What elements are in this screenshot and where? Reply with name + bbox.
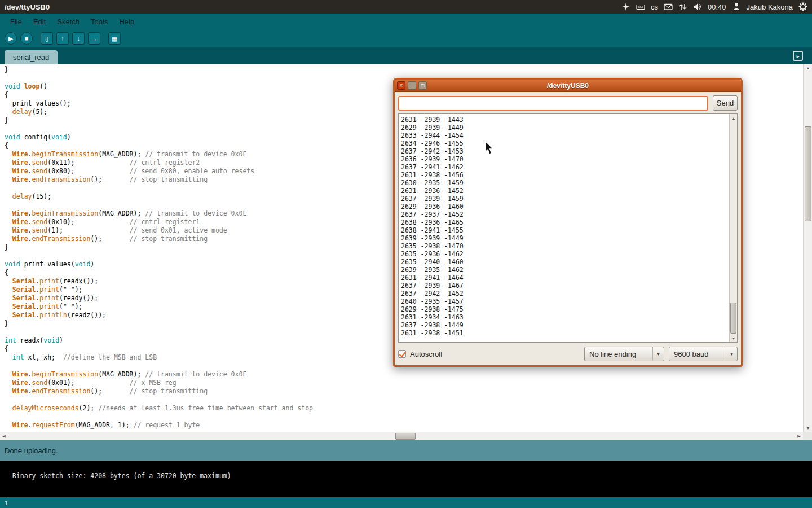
serial-line: 2630 -2935 -1459	[401, 179, 728, 187]
serial-line: 2633 -2944 -1454	[401, 132, 728, 139]
verify-button[interactable]: ▶	[5, 32, 17, 45]
mail-icon[interactable]	[664, 2, 673, 11]
scroll-right-arrow[interactable]: ▶	[795, 432, 803, 440]
serial-line: 2631 -2941 -1464	[401, 274, 728, 282]
menu-sketch[interactable]: Sketch	[51, 15, 85, 29]
keyboard-layout-icon[interactable]	[636, 2, 645, 11]
code-line	[5, 413, 803, 421]
serial-send-input[interactable]	[398, 96, 708, 111]
line-ending-dropdown[interactable]: No line ending ▼	[584, 347, 664, 361]
menubar-items: FileEditSketchToolsHelp	[5, 15, 140, 29]
volume-icon[interactable]	[693, 2, 702, 11]
baud-rate-value: 9600 baud	[669, 350, 726, 358]
editor-vertical-scrollbar[interactable]: ▲ ▼	[803, 64, 812, 432]
serial-line: 2634 -2946 -1455	[401, 139, 728, 147]
window-maximize-button[interactable]: □	[418, 81, 427, 90]
user-icon[interactable]	[732, 2, 741, 11]
code-line: Wire.requestFrom(MAG_ADDR, 1); // reques…	[5, 421, 803, 430]
serial-line: 2631 -2936 -1452	[401, 187, 728, 195]
scroll-down-arrow[interactable]: ▼	[804, 424, 812, 432]
menubar: FileEditSketchToolsHelp	[0, 14, 812, 29]
scrollbar-corner	[803, 432, 812, 440]
serial-line: 2639 -2935 -1462	[401, 266, 728, 274]
serial-monitor-window: × – □ /dev/ttyUSB0 Send 2631 -2939 -1443…	[393, 78, 743, 367]
save-button[interactable]: ↓	[72, 32, 85, 45]
serial-line: 2629 -2936 -1460	[401, 203, 728, 211]
serial-monitor-title: /dev/ttyUSB0	[395, 82, 741, 90]
serial-monitor-body: Send 2631 -2939 -14432629 -2939 -1449263…	[395, 92, 741, 365]
tab-menu-button[interactable]: ▸	[793, 51, 803, 61]
serial-line: 2631 -2938 -1451	[401, 329, 728, 337]
serial-line: 2640 -2935 -1457	[401, 297, 728, 305]
keyboard-layout-label[interactable]: cs	[651, 3, 658, 11]
clock[interactable]: 00:40	[708, 3, 726, 11]
network-icon[interactable]	[678, 2, 687, 11]
console-output: Binary sketch size: 4208 bytes (of a 307…	[0, 461, 812, 497]
autoscroll-label: Autoscroll	[410, 350, 442, 358]
stop-button[interactable]: ■	[20, 32, 33, 45]
serial-line: 2637 -2941 -1462	[401, 163, 728, 171]
serial-line: 2636 -2939 -1470	[401, 155, 728, 163]
serial-line: 2629 -2938 -1475	[401, 305, 728, 313]
code-line: Wire.send(0x01); // x MSB reg	[5, 379, 803, 387]
serial-scroll-up-arrow[interactable]: ▲	[730, 114, 738, 122]
chevron-down-icon: ▼	[652, 347, 664, 361]
window-minimize-button[interactable]: –	[408, 81, 416, 90]
panel-window-title: /dev/ttyUSB0	[5, 3, 50, 11]
line-ending-value: No line ending	[585, 350, 652, 358]
mouse-cursor	[484, 141, 495, 155]
window-close-button[interactable]: ×	[397, 81, 405, 90]
serial-monitor-titlebar[interactable]: × – □ /dev/ttyUSB0	[395, 80, 741, 92]
indicator-icon[interactable]	[621, 2, 630, 11]
serial-line: 2631 -2938 -1456	[401, 171, 728, 179]
serial-scroll-thumb[interactable]	[730, 303, 736, 334]
line-number-bar: 1	[0, 497, 812, 508]
serial-line: 2637 -2937 -1452	[401, 211, 728, 218]
gear-icon[interactable]	[798, 2, 807, 11]
verify-icon: ▶	[8, 36, 13, 42]
autoscroll-checkbox[interactable]	[398, 350, 406, 358]
toolbar-buttons: ▶■▯↑↓→▦	[5, 32, 121, 45]
serial-output-area[interactable]: 2631 -2939 -14432629 -2939 -14492633 -29…	[398, 113, 738, 343]
system-tray: cs 00:40 Jakub Kakona	[621, 2, 807, 11]
new-sketch-button[interactable]: ▯	[41, 32, 53, 45]
send-button-label: Send	[717, 99, 734, 107]
serial-scroll-down-arrow[interactable]: ▼	[730, 334, 738, 342]
send-button[interactable]: Send	[713, 95, 738, 111]
username-label[interactable]: Jakub Kakona	[747, 3, 793, 11]
baud-rate-dropdown[interactable]: 9600 baud ▼	[669, 347, 738, 361]
toolbar: ▶■▯↑↓→▦	[0, 29, 812, 47]
close-icon: ×	[400, 83, 403, 89]
upload-button[interactable]: →	[88, 32, 100, 45]
console-line: Binary sketch size: 4208 bytes (of a 307…	[12, 472, 231, 480]
tab-label: serial_read	[13, 53, 49, 62]
new-sketch-icon: ▯	[45, 36, 48, 42]
serial-line: 2637 -2942 -1452	[401, 290, 728, 297]
serial-line: 2637 -2942 -1453	[401, 147, 728, 155]
serial-line: 2638 -2941 -1455	[401, 226, 728, 234]
scroll-left-arrow[interactable]: ◀	[0, 432, 8, 440]
current-line-number: 1	[5, 500, 8, 506]
tab-menu-icon: ▸	[796, 53, 799, 59]
menu-edit[interactable]: Edit	[28, 15, 51, 29]
scroll-up-arrow[interactable]: ▲	[804, 64, 812, 72]
menu-help[interactable]: Help	[113, 15, 140, 29]
serial-monitor-icon: ▦	[112, 36, 117, 42]
stop-icon: ■	[25, 36, 29, 42]
serial-line: 2639 -2939 -1449	[401, 234, 728, 242]
status-bar: Done uploading.	[0, 440, 812, 461]
serial-line: 2635 -2936 -1462	[401, 250, 728, 258]
tab-serial-read[interactable]: serial_read	[5, 50, 58, 64]
menu-file[interactable]: File	[5, 15, 28, 29]
serial-line: 2631 -2939 -1443	[401, 116, 728, 124]
editor-horizontal-scrollbar[interactable]: ◀ ▶	[0, 432, 803, 440]
open-button[interactable]: ↑	[56, 32, 69, 45]
serial-monitor-button[interactable]: ▦	[108, 32, 121, 45]
serial-output-scrollbar[interactable]: ▲ ▼	[729, 114, 737, 342]
serial-line: 2638 -2936 -1465	[401, 218, 728, 226]
editor-hscroll-thumb[interactable]	[395, 433, 416, 440]
menu-tools[interactable]: Tools	[85, 15, 113, 29]
maximize-icon: □	[421, 83, 424, 89]
serial-output-text: 2631 -2939 -14432629 -2939 -14492633 -29…	[401, 116, 728, 342]
editor-vscroll-thumb[interactable]	[805, 126, 811, 221]
